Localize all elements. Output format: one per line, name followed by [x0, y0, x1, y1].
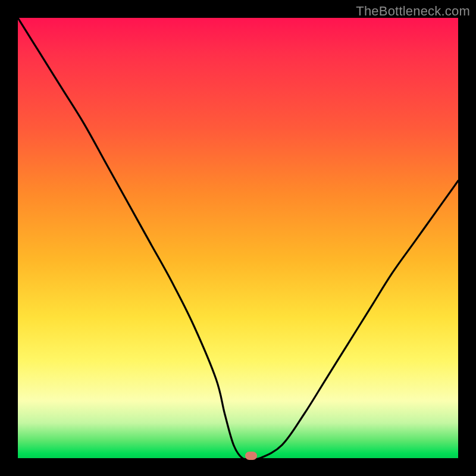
bottleneck-curve [18, 18, 458, 458]
chart-plot-area [18, 18, 458, 458]
watermark-text: TheBottleneck.com [356, 4, 470, 19]
optimal-point-marker [245, 452, 257, 460]
curve-path [18, 18, 458, 458]
chart-frame: TheBottleneck.com [0, 0, 476, 476]
